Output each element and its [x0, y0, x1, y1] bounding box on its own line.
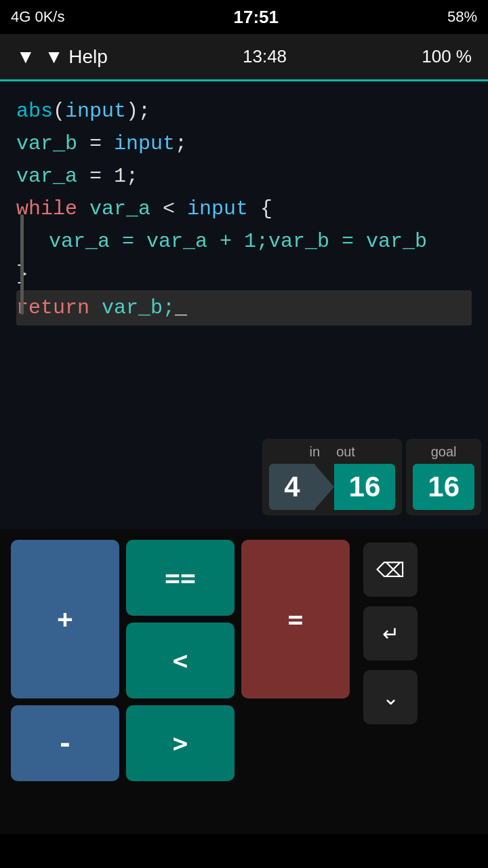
code-editor[interactable]: abs(input); var_b = input; var_a = 1; wh… — [0, 81, 488, 529]
dropdown-icon: ▼ — [16, 46, 35, 68]
gt-key[interactable]: > — [126, 705, 235, 781]
code-abs: abs — [16, 100, 53, 123]
arrow-separator — [315, 465, 334, 509]
app-bar-time: 13:48 — [243, 46, 287, 67]
goal-label: goal — [431, 444, 457, 460]
goal-group: goal 16 — [406, 439, 481, 515]
status-right: 58% — [447, 8, 477, 26]
network-status: 4G 0K/s — [11, 8, 64, 26]
lt-key[interactable]: < — [126, 623, 235, 698]
in-out-group: in out 4 16 — [262, 439, 402, 515]
in-out-value-box: 4 16 — [269, 464, 395, 510]
assign-key[interactable]: = — [241, 540, 350, 698]
code-line-4: while var_a < input { — [16, 193, 472, 225]
block-indent-bar — [20, 214, 24, 315]
status-left: 4G 0K/s — [11, 8, 64, 26]
code-line-2: var_b = input; — [16, 127, 472, 160]
battery-level: 58% — [447, 8, 477, 26]
key-grid: + == = < - > — [11, 540, 350, 864]
code-line-3: var_a = 1; — [16, 160, 472, 193]
in-value: 4 — [269, 464, 314, 510]
code-line-5: var_a = var_a + 1;var_b = var_b — [16, 225, 472, 258]
app-bar-percent: 100 % — [422, 46, 472, 67]
menu-button[interactable]: ▼ ▼ Help — [16, 46, 108, 68]
enter-button[interactable]: ↵ — [363, 606, 418, 660]
eq-eq-key[interactable]: == — [126, 540, 235, 616]
in-label: in — [310, 444, 321, 460]
goal-value: 16 — [413, 464, 474, 510]
keyboard-area: + == = < - > ... ⌫ ↵ ⌄ — [0, 529, 488, 834]
code-line-1: abs(input); — [16, 95, 472, 127]
code-line-6: } — [16, 258, 472, 290]
help-label: ▼ Help — [45, 46, 108, 68]
chevron-down-button[interactable]: ⌄ — [363, 670, 418, 724]
code-line-7: return var_b;_ — [16, 290, 472, 326]
status-bar: 4G 0K/s 17:51 58% — [0, 0, 488, 34]
minus-key[interactable]: - — [11, 705, 119, 781]
util-col: ⌫ ↵ ⌄ — [363, 540, 418, 724]
app-bar: ▼ ▼ Help 13:48 100 % — [0, 34, 488, 81]
out-value: 16 — [334, 464, 396, 510]
plus-key[interactable]: + — [11, 540, 119, 698]
backspace-button[interactable]: ⌫ — [363, 542, 418, 597]
io-panel: in out 4 16 goal 16 — [262, 439, 481, 515]
out-label: out — [336, 444, 355, 460]
status-time: 17:51 — [233, 7, 279, 28]
